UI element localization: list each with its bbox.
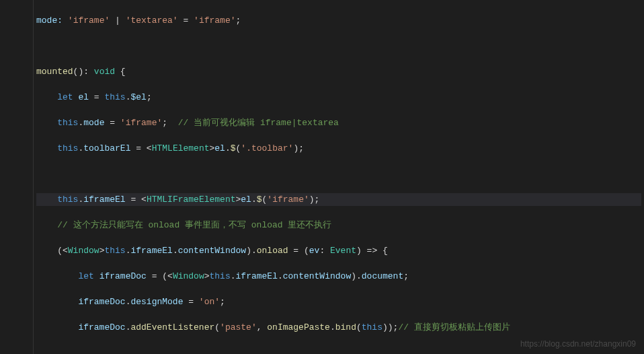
code-editor[interactable]: mode: 'iframe' | 'textarea' = 'iframe'; … xyxy=(0,0,644,354)
line-gutter xyxy=(0,0,34,354)
code-content[interactable]: mode: 'iframe' | 'textarea' = 'iframe'; … xyxy=(34,0,644,354)
watermark-text: https://blog.csdn.net/zhangxin09 xyxy=(520,339,636,349)
